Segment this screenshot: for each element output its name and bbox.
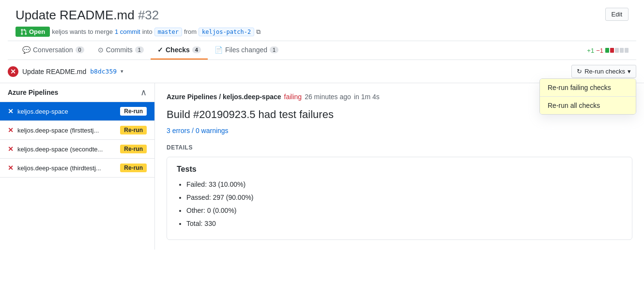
sidebar-item-name-1: keljos.deep-space (firsttestj... (17, 127, 99, 134)
diff-stat: +1 −1 (587, 47, 629, 54)
diff-bar-2 (610, 48, 614, 53)
refresh-icon: ↻ (577, 68, 582, 75)
head-branch: keljos-patch-2 (199, 28, 254, 36)
tests-box: Tests Failed: 33 (10.00%) Passed: 297 (9… (167, 157, 632, 240)
list-item: Passed: 297 (90.00%) (186, 193, 622, 203)
base-branch: master (154, 28, 182, 36)
item-x-icon-1: ✕ (8, 126, 14, 134)
pr-title: Update README.md #32 (15, 8, 629, 23)
commits-icon: ⊙ (98, 46, 104, 54)
commit-title: Update README.md (22, 68, 86, 75)
sidebar-item-name-0: keljos.deep-space (17, 108, 68, 115)
tab-conversation[interactable]: 💬 Conversation 0 (15, 41, 91, 60)
sidebar: Azure Pipelines ∧ ✕ keljos.deep-space Re… (0, 83, 155, 250)
sidebar-item-name-2: keljos.deep-space (secondte... (17, 146, 103, 153)
diff-bar-4 (620, 48, 624, 53)
commit-count-link[interactable]: 1 commit (115, 28, 140, 35)
sidebar-item-3[interactable]: ✕ keljos.deep-space (thirdtestj... Re-ru… (0, 159, 154, 178)
copy-icon[interactable]: ⧉ (256, 28, 261, 36)
files-icon: 📄 (215, 46, 223, 54)
conversation-icon: 💬 (22, 46, 31, 54)
tests-title: Tests (177, 165, 622, 174)
error-icon: ✕ (8, 66, 18, 77)
commits-count: 1 (135, 46, 144, 53)
list-item: Failed: 33 (10.00%) (186, 179, 622, 190)
rerun-badge-3[interactable]: Re-run (120, 164, 147, 172)
list-item: Total: 330 (186, 219, 622, 229)
rerun-badge-1[interactable]: Re-run (120, 126, 147, 134)
sidebar-item-name-3: keljos.deep-space (thirdtestj... (17, 164, 101, 172)
pr-meta: Open keljos wants to merge 1 commit into… (15, 27, 629, 37)
rerun-badge-0[interactable]: Re-run (120, 107, 147, 116)
sidebar-item-0[interactable]: ✕ keljos.deep-space Re-run (0, 102, 154, 121)
rerun-all-option[interactable]: Re-run all checks (540, 97, 636, 114)
diff-bar-1 (605, 48, 609, 53)
tests-list: Failed: 33 (10.00%) Passed: 297 (90.00%)… (177, 179, 622, 229)
diff-bar-3 (615, 48, 619, 53)
checks-icon: ✓ (157, 46, 163, 54)
errors-link[interactable]: 3 errors / 0 warnings (167, 127, 229, 134)
open-badge: Open (15, 27, 50, 37)
item-x-icon-3: ✕ (8, 164, 14, 172)
rerun-badge-2[interactable]: Re-run (120, 145, 147, 153)
item-x-icon-0: ✕ (8, 107, 14, 115)
dropdown-chevron-icon: ▾ (628, 68, 631, 75)
rerun-dropdown-menu: Re-run failing checks Re-run all checks (539, 78, 636, 115)
chevron-down-icon[interactable]: ▾ (121, 68, 123, 74)
sidebar-item-1[interactable]: ✕ keljos.deep-space (firsttestj... Re-ru… (0, 121, 154, 140)
item-x-icon-2: ✕ (8, 145, 14, 153)
diff-bar-5 (625, 48, 629, 53)
tab-commits[interactable]: ⊙ Commits 1 (91, 41, 151, 60)
sidebar-header: Azure Pipelines ∧ (0, 83, 154, 102)
files-count: 1 (270, 46, 278, 53)
conversation-count: 0 (76, 46, 84, 53)
tab-checks[interactable]: ✓ Checks 4 (151, 41, 208, 60)
tabs-bar: 💬 Conversation 0 ⊙ Commits 1 ✓ Checks 4 … (8, 41, 636, 60)
edit-button[interactable]: Edit (605, 8, 629, 21)
commit-ref[interactable]: b8dc359 (90, 68, 117, 75)
list-item: Other: 0 (0.00%) (186, 206, 622, 216)
tab-files-changed[interactable]: 📄 Files changed 1 (208, 41, 285, 60)
collapse-button[interactable]: ∧ (140, 88, 147, 97)
details-label: DETAILS (167, 144, 632, 151)
rerun-checks-button[interactable]: ↻ Re-run checks ▾ (571, 65, 636, 78)
sidebar-item-2[interactable]: ✕ keljos.deep-space (secondte... Re-run (0, 140, 154, 159)
checks-count: 4 (192, 46, 201, 53)
rerun-failing-option[interactable]: Re-run failing checks (540, 79, 636, 97)
